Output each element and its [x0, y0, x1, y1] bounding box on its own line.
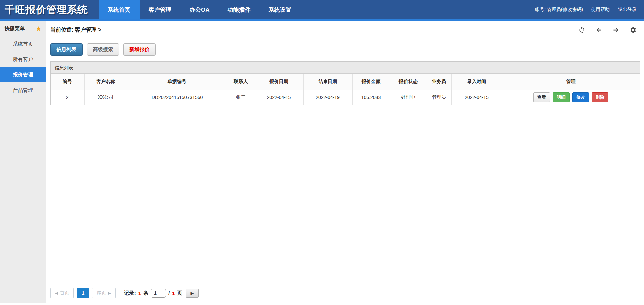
nav-item-oa[interactable]: 办公OA	[180, 0, 219, 19]
app-logo: 千旺报价管理系统	[0, 0, 94, 19]
breadcrumb-path[interactable]: 客户管理 >	[75, 27, 101, 33]
delete-button[interactable]: 删除	[592, 92, 608, 102]
edit-button[interactable]: 修改	[572, 92, 589, 102]
page-separator: /	[168, 290, 170, 296]
col-order-no: 单据编号	[127, 74, 227, 90]
star-icon[interactable]: ★	[36, 25, 41, 33]
top-navbar: 千旺报价管理系统 系统首页 客户管理 办公OA 功能插件 系统设置 帐号: 管理…	[0, 0, 644, 21]
records-unit: 条	[143, 290, 148, 296]
help-link[interactable]: 使用帮助	[591, 7, 610, 13]
sidebar-title: 快捷菜单	[5, 25, 25, 32]
first-page-label: 首页	[60, 290, 69, 296]
nav-item-settings[interactable]: 系统设置	[260, 0, 301, 19]
breadcrumb-label: 当前位置:	[50, 27, 73, 33]
col-end-date: 结束日期	[303, 74, 352, 90]
records-summary: 记录: 1 条 / 1 页 ▶	[124, 289, 199, 298]
records-count: 1	[138, 290, 141, 296]
panel-title: 信息列表	[51, 62, 640, 74]
cell-amount: 105.2083	[352, 90, 390, 105]
tab-advanced-search[interactable]: 高级搜索	[87, 43, 119, 56]
records-label: 记录:	[124, 290, 136, 296]
cell-entry-time: 2022-04-15	[451, 90, 502, 105]
nav-item-customers[interactable]: 客户管理	[140, 0, 180, 19]
cell-contact: 张三	[227, 90, 255, 105]
cell-order-no: DD20220415150731560	[127, 90, 227, 105]
tab-info-list[interactable]: 信息列表	[50, 43, 83, 56]
first-page-button[interactable]: ◀ 首页	[50, 288, 74, 298]
content-spacer	[50, 105, 640, 284]
detail-button[interactable]: 明细	[553, 92, 570, 102]
col-contact: 联系人	[227, 74, 255, 90]
col-quote-date: 报价日期	[255, 74, 303, 90]
refresh-icon[interactable]	[578, 26, 585, 34]
tab-bar: 信息列表 高级搜索 新增报价	[50, 39, 640, 56]
gear-icon[interactable]	[630, 26, 637, 34]
cell-quote-date: 2022-04-15	[255, 90, 303, 105]
cell-id: 2	[51, 90, 84, 105]
sidebar-item-products[interactable]: 产品管理	[0, 82, 46, 98]
last-page-label: 尾页	[97, 290, 106, 296]
col-salesman: 业务员	[427, 74, 451, 90]
current-page-button[interactable]: 1	[77, 288, 89, 298]
page-layout: 快捷菜单 ★ 系统首页 所有客户 报价管理 产品管理 当前位置: 客户管理 >	[0, 21, 644, 303]
logout-link[interactable]: 退出登录	[618, 7, 637, 13]
col-customer: 客户名称	[84, 74, 127, 90]
account-label[interactable]: 帐号: 管理员(修改密码)	[535, 7, 583, 13]
quotes-table: 编号 客户名称 单据编号 联系人 报价日期 结束日期 报价金额 报价状态 业务员…	[51, 74, 640, 105]
col-id: 编号	[51, 74, 84, 90]
sidebar-item-home[interactable]: 系统首页	[0, 36, 46, 52]
page-number-input[interactable]	[151, 289, 166, 298]
nav-item-plugins[interactable]: 功能插件	[219, 0, 260, 19]
go-page-button[interactable]: ▶	[186, 289, 199, 298]
breadcrumb: 当前位置: 客户管理 >	[50, 26, 101, 34]
page-total: 1	[172, 290, 175, 296]
last-page-button[interactable]: 尾页 ▶	[92, 288, 115, 298]
cell-customer: XX公司	[84, 90, 127, 105]
back-arrow-icon[interactable]	[595, 26, 602, 34]
cell-end-date: 2022-04-19	[303, 90, 352, 105]
row-actions: 查看 明细 修改 删除	[502, 92, 640, 102]
view-button[interactable]: 查看	[533, 92, 550, 102]
cell-salesman: 管理员	[427, 90, 451, 105]
table-header-row: 编号 客户名称 单据编号 联系人 报价日期 结束日期 报价金额 报价状态 业务员…	[51, 74, 640, 90]
col-amount: 报价金额	[352, 74, 390, 90]
table-row: 2 XX公司 DD20220415150731560 张三 2022-04-15…	[51, 90, 640, 105]
cell-status: 处理中	[390, 90, 427, 105]
tab-new-quote[interactable]: 新增报价	[123, 43, 156, 56]
main-menu: 系统首页 客户管理 办公OA 功能插件 系统设置	[99, 0, 301, 19]
pagination-bar: ◀ 首页 1 尾页 ▶ 记录: 1 条 / 1 页 ▶	[50, 284, 640, 303]
left-triangle-icon: ◀	[55, 291, 58, 295]
sidebar-item-all-customers[interactable]: 所有客户	[0, 52, 46, 67]
sidebar-header: 快捷菜单 ★	[0, 21, 46, 36]
forward-arrow-icon[interactable]	[612, 26, 620, 34]
info-list-panel: 信息列表 编号 客户名称 单据编号 联系人 报价日期 结束日期	[50, 61, 640, 105]
account-area: 帐号: 管理员(修改密码) 使用帮助 退出登录	[535, 0, 644, 19]
col-entry-time: 录入时间	[451, 74, 502, 90]
col-manage: 管理	[502, 74, 640, 90]
col-status: 报价状态	[390, 74, 427, 90]
breadcrumb-bar: 当前位置: 客户管理 >	[50, 21, 640, 39]
nav-item-home[interactable]: 系统首页	[99, 0, 140, 19]
main-content: 当前位置: 客户管理 > 信息列表 高级搜索 新增报	[46, 21, 644, 303]
right-triangle-icon: ▶	[108, 291, 111, 295]
toolbar-icons	[578, 26, 640, 34]
cell-actions: 查看 明细 修改 删除	[502, 90, 640, 105]
sidebar-item-quotes[interactable]: 报价管理	[0, 67, 46, 82]
page-unit: 页	[177, 290, 182, 296]
sidebar: 快捷菜单 ★ 系统首页 所有客户 报价管理 产品管理	[0, 21, 46, 303]
